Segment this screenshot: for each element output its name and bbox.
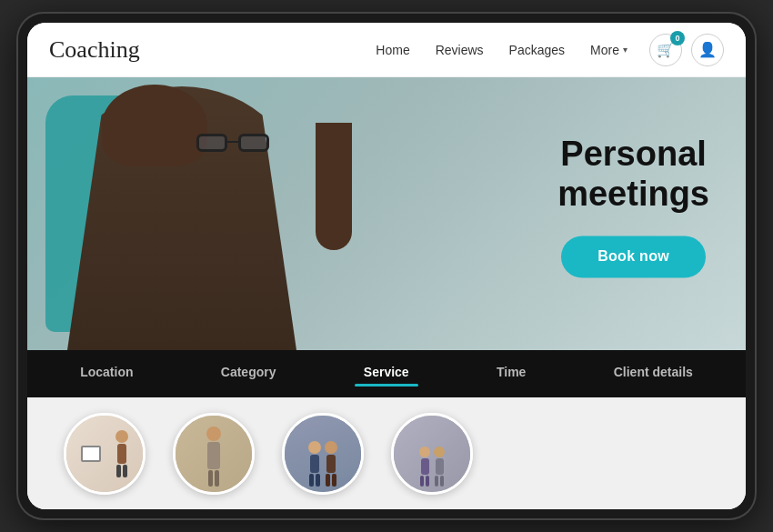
step-service[interactable]: Service bbox=[364, 365, 409, 383]
step-location[interactable]: Location bbox=[80, 365, 133, 383]
figure-leg-right bbox=[123, 465, 127, 477]
figure-head bbox=[206, 427, 221, 441]
card-2-avatar bbox=[173, 413, 255, 495]
service-card-2[interactable] bbox=[173, 413, 255, 495]
figure-body bbox=[207, 442, 220, 469]
hero-section: Personal meetings Book now bbox=[27, 77, 746, 350]
figure-leg-left bbox=[420, 476, 424, 487]
glasses-right-lens bbox=[238, 134, 269, 152]
glasses-left-lens bbox=[196, 134, 227, 152]
figure-1 bbox=[115, 430, 128, 477]
service-cards-section bbox=[27, 397, 746, 509]
nav-more[interactable]: More ▾ bbox=[590, 43, 627, 57]
hair-right bbox=[316, 123, 352, 250]
figure-leg-left bbox=[116, 465, 121, 477]
card-1-avatar bbox=[64, 413, 146, 495]
figure-head bbox=[434, 447, 445, 457]
figure-leg-left bbox=[309, 474, 314, 487]
nav-icons: 🛒 0 👤 bbox=[649, 34, 724, 66]
logo: Coaching bbox=[49, 36, 376, 64]
hero-text: Personal meetings Book now bbox=[557, 135, 709, 277]
figure-leg-right bbox=[426, 476, 429, 487]
figure-4a bbox=[419, 447, 430, 487]
figure-legs bbox=[309, 474, 320, 487]
figure-legs bbox=[326, 474, 336, 487]
profile-button[interactable]: 👤 bbox=[691, 34, 724, 66]
user-icon: 👤 bbox=[698, 41, 717, 58]
figure-legs bbox=[435, 476, 444, 487]
figure-legs bbox=[208, 470, 219, 487]
figure-body bbox=[310, 455, 319, 473]
figure-4b bbox=[434, 447, 445, 487]
screen: Coaching Home Reviews Packages More ▾ 🛒 … bbox=[27, 23, 746, 509]
figure-body bbox=[326, 455, 336, 473]
nav-reviews[interactable]: Reviews bbox=[436, 43, 484, 57]
step-client-details[interactable]: Client details bbox=[614, 365, 693, 383]
step-category[interactable]: Category bbox=[221, 365, 276, 383]
figure-body bbox=[436, 458, 444, 475]
figure-3b bbox=[325, 441, 337, 487]
figure-leg-right bbox=[215, 470, 219, 487]
figure-leg-right bbox=[316, 474, 320, 487]
figure-body bbox=[421, 458, 429, 475]
hair-top bbox=[102, 85, 207, 166]
nav-home[interactable]: Home bbox=[376, 43, 409, 57]
step-time[interactable]: Time bbox=[497, 365, 526, 383]
figure-body bbox=[117, 444, 126, 464]
card-3-scene bbox=[285, 416, 361, 492]
device-frame: Coaching Home Reviews Packages More ▾ 🛒 … bbox=[18, 14, 755, 518]
figure-leg-right bbox=[332, 474, 336, 487]
figure-head bbox=[325, 441, 337, 454]
figure-2 bbox=[206, 427, 221, 487]
service-card-1[interactable] bbox=[64, 413, 146, 495]
figure-3a bbox=[308, 441, 321, 487]
hero-title: Personal meetings bbox=[557, 135, 709, 214]
figure-legs bbox=[420, 476, 429, 487]
card-4-avatar bbox=[391, 413, 473, 495]
nav-packages[interactable]: Packages bbox=[509, 43, 565, 57]
cart-button[interactable]: 🛒 0 bbox=[649, 34, 682, 66]
book-now-button[interactable]: Book now bbox=[561, 236, 706, 278]
cart-badge: 0 bbox=[670, 31, 685, 45]
navbar: Coaching Home Reviews Packages More ▾ 🛒 … bbox=[27, 23, 746, 77]
figure-leg-left bbox=[435, 476, 438, 487]
steps-bar: Location Category Service Time Client de… bbox=[27, 350, 746, 397]
figure-leg-right bbox=[440, 476, 444, 487]
card-3-avatar bbox=[282, 413, 364, 495]
nav-links: Home Reviews Packages More ▾ bbox=[376, 43, 627, 57]
glasses-bridge bbox=[227, 141, 238, 143]
figure-legs bbox=[116, 465, 127, 477]
figure-leg-left bbox=[326, 474, 330, 487]
service-card-4[interactable] bbox=[391, 413, 473, 495]
card-2-scene bbox=[176, 416, 252, 492]
figure-head bbox=[419, 447, 430, 457]
chevron-down-icon: ▾ bbox=[623, 45, 627, 55]
hero-person bbox=[27, 77, 423, 350]
figure-head bbox=[115, 430, 128, 443]
card-1-scene bbox=[66, 416, 143, 492]
whiteboard-icon bbox=[81, 446, 101, 462]
figure-head bbox=[308, 441, 321, 454]
service-card-3[interactable] bbox=[282, 413, 364, 495]
figure-leg-left bbox=[208, 470, 213, 487]
card-4-scene bbox=[394, 416, 470, 492]
glasses bbox=[196, 134, 269, 154]
